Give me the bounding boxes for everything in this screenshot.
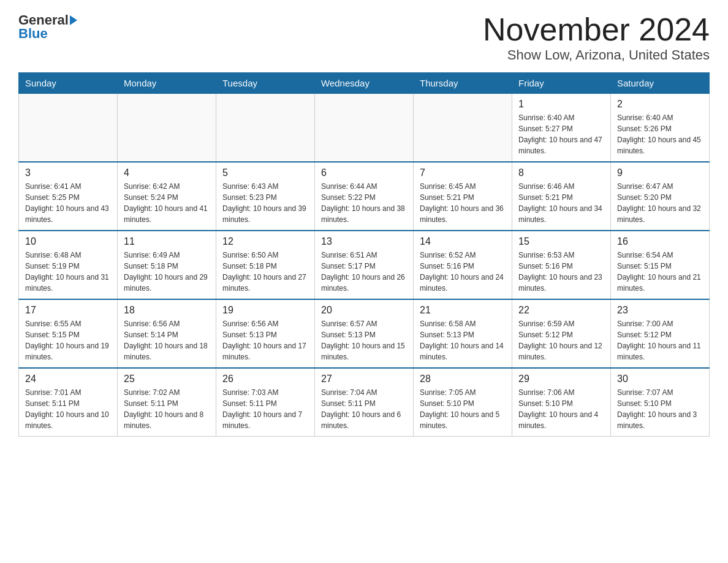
calendar-day-cell xyxy=(216,94,315,163)
day-number: 29 xyxy=(518,373,604,385)
calendar-week-row: 24Sunrise: 7:01 AM Sunset: 5:11 PM Dayli… xyxy=(19,368,710,437)
day-number: 27 xyxy=(321,373,407,385)
weekday-header-thursday: Thursday xyxy=(414,73,512,94)
day-info: Sunrise: 7:02 AM Sunset: 5:11 PM Dayligh… xyxy=(124,387,210,431)
day-info: Sunrise: 6:56 AM Sunset: 5:13 PM Dayligh… xyxy=(222,318,308,362)
day-number: 6 xyxy=(321,167,407,178)
calendar-week-row: 1Sunrise: 6:40 AM Sunset: 5:27 PM Daylig… xyxy=(19,94,710,163)
day-info: Sunrise: 6:49 AM Sunset: 5:18 PM Dayligh… xyxy=(124,250,210,294)
day-info: Sunrise: 7:05 AM Sunset: 5:10 PM Dayligh… xyxy=(420,387,506,431)
day-number: 16 xyxy=(617,236,703,247)
day-number: 3 xyxy=(25,167,111,178)
day-number: 15 xyxy=(518,236,604,247)
day-number: 28 xyxy=(420,373,506,385)
calendar-day-cell xyxy=(414,94,512,163)
day-number: 11 xyxy=(124,236,210,247)
calendar-day-cell: 28Sunrise: 7:05 AM Sunset: 5:10 PM Dayli… xyxy=(414,368,512,437)
calendar-day-cell xyxy=(118,94,216,163)
logo-arrow-icon xyxy=(70,15,77,25)
day-number: 20 xyxy=(321,305,407,316)
day-number: 9 xyxy=(617,167,703,178)
weekday-header-sunday: Sunday xyxy=(19,73,118,94)
day-info: Sunrise: 6:54 AM Sunset: 5:15 PM Dayligh… xyxy=(617,250,703,294)
calendar-day-cell: 13Sunrise: 6:51 AM Sunset: 5:17 PM Dayli… xyxy=(315,231,414,299)
calendar-day-cell: 25Sunrise: 7:02 AM Sunset: 5:11 PM Dayli… xyxy=(118,368,216,437)
calendar-day-cell: 9Sunrise: 6:47 AM Sunset: 5:20 PM Daylig… xyxy=(611,162,710,231)
weekday-header-monday: Monday xyxy=(118,73,216,94)
day-number: 7 xyxy=(420,167,506,178)
day-info: Sunrise: 7:00 AM Sunset: 5:12 PM Dayligh… xyxy=(617,318,703,362)
day-info: Sunrise: 7:06 AM Sunset: 5:10 PM Dayligh… xyxy=(518,387,604,431)
day-number: 13 xyxy=(321,236,407,247)
weekday-header-saturday: Saturday xyxy=(611,73,710,94)
calendar-day-cell: 22Sunrise: 6:59 AM Sunset: 5:12 PM Dayli… xyxy=(512,299,611,368)
day-number: 25 xyxy=(124,373,210,385)
day-number: 18 xyxy=(124,305,210,316)
calendar-day-cell: 27Sunrise: 7:04 AM Sunset: 5:11 PM Dayli… xyxy=(315,368,414,437)
day-info: Sunrise: 6:57 AM Sunset: 5:13 PM Dayligh… xyxy=(321,318,407,362)
calendar-day-cell: 15Sunrise: 6:53 AM Sunset: 5:16 PM Dayli… xyxy=(512,231,611,299)
calendar-week-row: 3Sunrise: 6:41 AM Sunset: 5:25 PM Daylig… xyxy=(19,162,710,231)
day-number: 12 xyxy=(222,236,308,247)
calendar-week-row: 17Sunrise: 6:55 AM Sunset: 5:15 PM Dayli… xyxy=(19,299,710,368)
day-number: 4 xyxy=(124,167,210,178)
calendar-day-cell: 12Sunrise: 6:50 AM Sunset: 5:18 PM Dayli… xyxy=(216,231,315,299)
calendar-day-cell xyxy=(19,94,118,163)
calendar-day-cell: 24Sunrise: 7:01 AM Sunset: 5:11 PM Dayli… xyxy=(19,368,118,437)
day-info: Sunrise: 6:51 AM Sunset: 5:17 PM Dayligh… xyxy=(321,250,407,294)
day-number: 21 xyxy=(420,305,506,316)
day-number: 22 xyxy=(518,305,604,316)
day-info: Sunrise: 7:04 AM Sunset: 5:11 PM Dayligh… xyxy=(321,387,407,431)
calendar-day-cell: 1Sunrise: 6:40 AM Sunset: 5:27 PM Daylig… xyxy=(512,94,611,163)
month-title: November 2024 xyxy=(483,12,710,47)
calendar-day-cell: 6Sunrise: 6:44 AM Sunset: 5:22 PM Daylig… xyxy=(315,162,414,231)
calendar-day-cell: 5Sunrise: 6:43 AM Sunset: 5:23 PM Daylig… xyxy=(216,162,315,231)
day-info: Sunrise: 6:40 AM Sunset: 5:27 PM Dayligh… xyxy=(518,112,604,156)
day-info: Sunrise: 6:47 AM Sunset: 5:20 PM Dayligh… xyxy=(617,181,703,225)
day-info: Sunrise: 6:53 AM Sunset: 5:16 PM Dayligh… xyxy=(518,250,604,294)
calendar-week-row: 10Sunrise: 6:48 AM Sunset: 5:19 PM Dayli… xyxy=(19,231,710,299)
calendar-day-cell: 29Sunrise: 7:06 AM Sunset: 5:10 PM Dayli… xyxy=(512,368,611,437)
day-info: Sunrise: 6:41 AM Sunset: 5:25 PM Dayligh… xyxy=(25,181,111,225)
weekday-header-friday: Friday xyxy=(512,73,611,94)
day-number: 24 xyxy=(25,373,111,385)
day-info: Sunrise: 6:43 AM Sunset: 5:23 PM Dayligh… xyxy=(222,181,308,225)
calendar-day-cell xyxy=(315,94,414,163)
location-title: Show Low, Arizona, United States xyxy=(483,47,710,63)
calendar-day-cell: 7Sunrise: 6:45 AM Sunset: 5:21 PM Daylig… xyxy=(414,162,512,231)
day-info: Sunrise: 6:40 AM Sunset: 5:26 PM Dayligh… xyxy=(617,112,703,156)
calendar-day-cell: 17Sunrise: 6:55 AM Sunset: 5:15 PM Dayli… xyxy=(19,299,118,368)
logo: General Blue xyxy=(18,12,77,42)
calendar-day-cell: 2Sunrise: 6:40 AM Sunset: 5:26 PM Daylig… xyxy=(611,94,710,163)
day-info: Sunrise: 6:58 AM Sunset: 5:13 PM Dayligh… xyxy=(420,318,506,362)
day-number: 1 xyxy=(518,99,604,110)
calendar-day-cell: 23Sunrise: 7:00 AM Sunset: 5:12 PM Dayli… xyxy=(611,299,710,368)
day-number: 26 xyxy=(222,373,308,385)
calendar-table: SundayMondayTuesdayWednesdayThursdayFrid… xyxy=(18,72,710,437)
day-number: 2 xyxy=(617,99,703,110)
title-block: November 2024 Show Low, Arizona, United … xyxy=(483,12,710,63)
day-number: 8 xyxy=(518,167,604,178)
page-header: General Blue November 2024 Show Low, Ari… xyxy=(18,12,710,63)
day-info: Sunrise: 7:03 AM Sunset: 5:11 PM Dayligh… xyxy=(222,387,308,431)
day-info: Sunrise: 6:46 AM Sunset: 5:21 PM Dayligh… xyxy=(518,181,604,225)
calendar-day-cell: 18Sunrise: 6:56 AM Sunset: 5:14 PM Dayli… xyxy=(118,299,216,368)
day-number: 17 xyxy=(25,305,111,316)
day-number: 10 xyxy=(25,236,111,247)
calendar-day-cell: 11Sunrise: 6:49 AM Sunset: 5:18 PM Dayli… xyxy=(118,231,216,299)
day-number: 5 xyxy=(222,167,308,178)
calendar-day-cell: 10Sunrise: 6:48 AM Sunset: 5:19 PM Dayli… xyxy=(19,231,118,299)
day-info: Sunrise: 6:50 AM Sunset: 5:18 PM Dayligh… xyxy=(222,250,308,294)
calendar-day-cell: 20Sunrise: 6:57 AM Sunset: 5:13 PM Dayli… xyxy=(315,299,414,368)
day-number: 19 xyxy=(222,305,308,316)
day-info: Sunrise: 6:48 AM Sunset: 5:19 PM Dayligh… xyxy=(25,250,111,294)
day-info: Sunrise: 6:52 AM Sunset: 5:16 PM Dayligh… xyxy=(420,250,506,294)
weekday-header-wednesday: Wednesday xyxy=(315,73,414,94)
day-info: Sunrise: 7:07 AM Sunset: 5:10 PM Dayligh… xyxy=(617,387,703,431)
calendar-day-cell: 3Sunrise: 6:41 AM Sunset: 5:25 PM Daylig… xyxy=(19,162,118,231)
calendar-day-cell: 8Sunrise: 6:46 AM Sunset: 5:21 PM Daylig… xyxy=(512,162,611,231)
calendar-day-cell: 16Sunrise: 6:54 AM Sunset: 5:15 PM Dayli… xyxy=(611,231,710,299)
calendar-day-cell: 14Sunrise: 6:52 AM Sunset: 5:16 PM Dayli… xyxy=(414,231,512,299)
day-info: Sunrise: 6:45 AM Sunset: 5:21 PM Dayligh… xyxy=(420,181,506,225)
weekday-header-row: SundayMondayTuesdayWednesdayThursdayFrid… xyxy=(19,73,710,94)
